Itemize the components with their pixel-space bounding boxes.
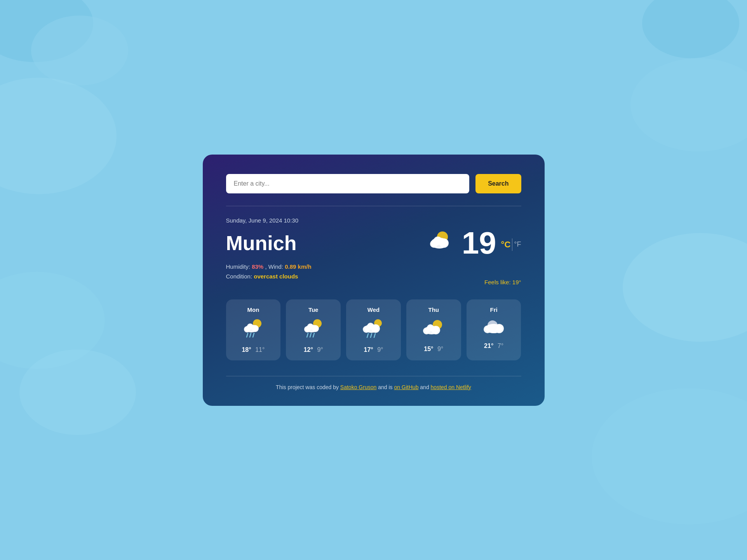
forecast-high: 12° [304, 346, 313, 353]
svg-line-19 [310, 333, 311, 337]
svg-line-26 [367, 334, 368, 337]
wind-label: Wind: [268, 263, 283, 270]
forecast-day-label: Tue [291, 306, 336, 313]
unit-fahrenheit[interactable]: °F [514, 240, 521, 249]
footer-divider [226, 376, 521, 376]
forecast-day-label: Thu [411, 306, 456, 313]
condition-value: overcast clouds [254, 273, 298, 280]
svg-point-4 [434, 237, 442, 245]
search-button[interactable]: Search [475, 174, 521, 193]
forecast-weather-icon [351, 318, 396, 342]
svg-line-10 [247, 333, 248, 337]
forecast-card-fri: Fri 21° 7° [467, 299, 521, 360]
forecast-high: 21° [484, 343, 493, 349]
forecast-low: 9° [317, 346, 323, 353]
details-row: Humidity: 83% , Wind: 0.89 km/h Conditio… [226, 263, 521, 285]
svg-line-27 [371, 334, 372, 337]
forecast-weather-icon [471, 318, 517, 338]
netlify-link[interactable]: hosted on Netlify [431, 384, 471, 390]
forecast-card-mon: Mon 18° 11° [226, 299, 281, 360]
forecast-temps: 12° 9° [291, 346, 336, 353]
unit-celsius[interactable]: °C [501, 240, 511, 250]
forecast-weather-icon [411, 318, 456, 341]
forecast-day-label: Wed [351, 306, 396, 313]
humidity-wind-text: Humidity: 83% , Wind: 0.89 km/h [226, 263, 312, 270]
forecast-card-tue: Tue 12° 9° [286, 299, 341, 360]
svg-point-33 [427, 324, 434, 331]
svg-line-28 [374, 334, 375, 337]
svg-line-12 [253, 333, 254, 337]
search-input[interactable] [226, 174, 470, 193]
forecast-row: Mon 18° 11° Tue [226, 299, 521, 360]
humidity-label: Humidity: [226, 263, 251, 270]
forecast-temps: 21° 7° [471, 343, 517, 350]
footer-mid: and is [378, 384, 394, 390]
weather-card: Search Sunday, June 9, 2024 10:30 Munich… [203, 155, 545, 406]
feels-like: Feels like: 19° [484, 263, 521, 285]
weather-icon-main [426, 228, 457, 257]
top-divider [226, 206, 521, 206]
forecast-weather-icon [291, 318, 336, 342]
city-temp-row: Munich 19 °C °F [226, 228, 521, 259]
feels-like-value: 19° [512, 279, 521, 285]
forecast-temps: 18° 11° [231, 346, 276, 353]
city-name: Munich [226, 231, 297, 255]
footer-prefix: This project was coded by [276, 384, 340, 390]
condition-label: Condition: [226, 273, 252, 280]
temperature-value: 19 [462, 228, 496, 259]
forecast-low: 7° [498, 343, 503, 349]
forecast-low: 11° [255, 346, 265, 353]
forecast-temps: 17° 9° [351, 346, 396, 353]
forecast-high: 15° [424, 346, 433, 352]
unit-selector: °C °F [501, 235, 521, 251]
forecast-temps: 15° 9° [411, 346, 456, 353]
unit-divider [512, 238, 512, 251]
author-link[interactable]: Satoko Gruson [340, 384, 376, 390]
github-link[interactable]: on GitHub [394, 384, 418, 390]
forecast-day-label: Mon [231, 306, 276, 313]
forecast-card-wed: Wed 17° 9° [346, 299, 401, 360]
forecast-high: 17° [364, 346, 373, 353]
forecast-card-thu: Thu 15° 9° [406, 299, 461, 360]
svg-line-11 [250, 333, 251, 337]
forecast-high: 18° [242, 346, 251, 353]
condition-text: Condition: overcast clouds [226, 273, 312, 280]
footer: This project was coded by Satoko Gruson … [226, 384, 521, 390]
forecast-day-label: Fri [471, 306, 517, 313]
current-date: Sunday, June 9, 2024 10:30 [226, 217, 521, 224]
forecast-low: 9° [437, 346, 443, 352]
svg-point-38 [485, 324, 502, 333]
wind-value: 0.89 km/h [285, 263, 311, 270]
temperature-section: 19 °C °F [426, 228, 521, 259]
search-row: Search [226, 174, 521, 193]
forecast-weather-icon [231, 318, 276, 342]
svg-point-25 [367, 323, 374, 330]
feels-like-label: Feels like: [484, 279, 511, 285]
humidity-value: 83% [252, 263, 263, 270]
left-details: Humidity: 83% , Wind: 0.89 km/h Conditio… [226, 263, 312, 280]
svg-line-18 [307, 333, 308, 337]
forecast-low: 9° [377, 346, 383, 353]
footer-and: and [420, 384, 430, 390]
svg-point-9 [247, 323, 253, 330]
svg-line-20 [313, 333, 314, 337]
svg-point-17 [307, 323, 313, 330]
